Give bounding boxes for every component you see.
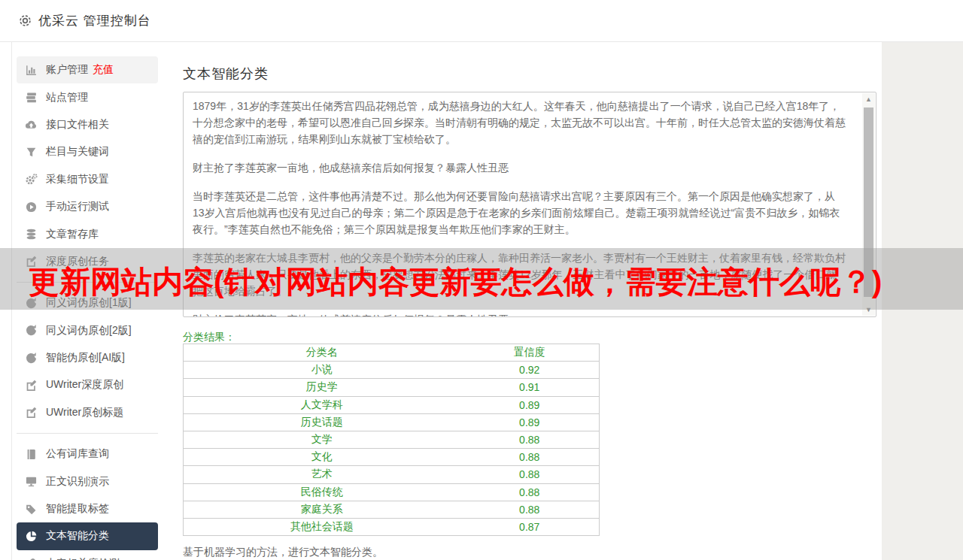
table-row: 人文学科 0.89 (184, 396, 600, 413)
table-header-row: 分类名 置信度 (184, 344, 600, 362)
category-name-cell: 历史话题 (184, 413, 460, 431)
table-row: 民俗传统 0.88 (184, 483, 600, 501)
play-icon (25, 201, 38, 213)
confidence-cell: 0.92 (460, 362, 599, 379)
sidebar-item-label: 内容相关度检测 (46, 557, 120, 560)
sidebar-item-label: 栏目与关键词 (46, 145, 109, 159)
link-icon (25, 557, 38, 560)
sidebar-item-manual-run[interactable]: 手动运行测试 (17, 193, 158, 220)
sidebar-item-public-lexicon[interactable]: 公有词库查询 (17, 440, 158, 468)
sidebar-item-tag-extract[interactable]: 智能提取标签 (17, 495, 158, 522)
confidence-cell: 0.88 (460, 501, 599, 518)
sidebar-item-label: 采集细节设置 (46, 173, 109, 186)
sidebar-item-label: 智能伪原创[AI版] (46, 351, 125, 365)
gears-icon (25, 173, 38, 186)
sidebar-item-content-relevance[interactable]: 内容相关度检测 (17, 550, 158, 560)
sidebar-item-label: 站点管理 (46, 91, 88, 104)
category-name-cell: 其他社会话题 (184, 518, 460, 535)
sidebar-item-columns-keywords[interactable]: 栏目与关键词 (17, 138, 158, 165)
confidence-cell: 0.91 (460, 379, 599, 396)
app-brand: 优采云 管理控制台 (0, 0, 963, 41)
confidence-cell: 0.88 (460, 483, 599, 501)
sidebar-item-uwriter-deep[interactable]: UWriter深度原创 (17, 371, 158, 398)
sidebar-group-divider (17, 433, 158, 434)
gear-icon (18, 14, 32, 28)
sidebar-item-synonym-rewrite-2[interactable]: 同义词伪原创[2版] (17, 317, 158, 344)
edit-icon (25, 406, 38, 419)
tag-icon (25, 503, 38, 516)
refresh-icon (25, 352, 38, 365)
input-paragraph: 当时李莲英还是二总管，这件事他再清楚不过。那么他为何还要冒险向慈禧请求出宫呢？主… (193, 188, 846, 238)
table-row: 文化 0.88 (184, 449, 600, 466)
refresh-icon (25, 324, 38, 337)
category-name-cell: 文化 (184, 449, 460, 466)
page-title: 文本智能分类 (183, 65, 269, 83)
table-row: 历史话题 0.89 (184, 413, 600, 431)
category-name-header: 分类名 (184, 344, 460, 362)
sidebar-item-label: UWriter原创标题 (46, 406, 123, 419)
category-name-cell: 文学 (184, 431, 460, 448)
app-header: 优采云 管理控制台 (0, 0, 963, 42)
scroll-up-icon[interactable]: ▲ (862, 93, 875, 105)
monitor-icon (25, 475, 38, 488)
input-paragraph: 财主抢了李莲英家一亩地，他成慈禧亲信后如何报复？暴露人性丑恶 (193, 311, 846, 317)
input-paragraph: 1879年，31岁的李莲英出任储秀宫四品花翎总管，成为慈禧身边的大红人。这年春天… (193, 98, 846, 147)
sidebar-item-ai-rewrite[interactable]: 智能伪原创[AI版] (17, 344, 158, 371)
confidence-cell: 0.88 (460, 431, 599, 448)
category-name-cell: 小说 (184, 362, 460, 379)
sidebar-item-api-files[interactable]: 接口文件相关 (17, 111, 158, 138)
sidebar-item-label: 手动运行测试 (46, 200, 109, 213)
confidence-cell: 0.89 (460, 396, 599, 413)
feature-description: 基于机器学习的方法，进行文本智能分类。 (183, 546, 383, 559)
sidebar-item-collect-settings[interactable]: 采集细节设置 (17, 166, 158, 193)
table-row: 家庭关系 0.88 (184, 501, 600, 518)
bar-chart-icon (25, 64, 38, 77)
sidebar-item-label: 正文识别演示 (46, 475, 109, 489)
sidebar-item-label: UWriter深度原创 (46, 378, 123, 392)
sidebar-item-content-demo[interactable]: 正文识别演示 (17, 468, 158, 495)
sidebar-item-label: 接口文件相关 (46, 118, 109, 132)
table-row: 其他社会话题 0.87 (184, 518, 600, 535)
book-icon (25, 448, 38, 461)
sidebar-item-label: 账户管理 (46, 63, 88, 77)
category-name-cell: 家庭关系 (184, 501, 460, 518)
confidence-cell: 0.88 (460, 449, 599, 466)
cloud-upload-icon (25, 118, 38, 131)
sidebar-item-label: 文章暂存库 (46, 228, 99, 241)
watermark-text: 更新网站内容(针对网站内容更新要怎么做，需要注意什么呢？) (29, 265, 882, 298)
sidebar-item-label: 智能提取标签 (46, 502, 109, 516)
site-list-icon (25, 91, 38, 104)
input-paragraph: 财主抢了李莲英家一亩地，他成慈禧亲信后如何报复？暴露人性丑恶 (193, 159, 846, 176)
pie-icon (25, 530, 38, 543)
classification-result-table: 分类名 置信度 小说 0.92 历史学 0.91 人文学科 0.89 历史话题 … (183, 344, 600, 536)
sidebar-item-uwriter-title[interactable]: UWriter原创标题 (17, 399, 158, 426)
confidence-cell: 0.87 (460, 518, 599, 535)
category-name-cell: 民俗传统 (184, 483, 460, 501)
app-title: 优采云 管理控制台 (38, 12, 151, 29)
table-row: 历史学 0.91 (184, 379, 600, 396)
sidebar-item-label: 同义词伪原创[2版] (46, 324, 132, 338)
recharge-link[interactable]: 充值 (93, 63, 114, 77)
category-name-cell: 艺术 (184, 466, 460, 483)
category-name-cell: 历史学 (184, 379, 460, 396)
database-icon (25, 228, 38, 241)
sidebar-item-text-classification[interactable]: 文本智能分类 (17, 522, 158, 549)
result-label: 分类结果： (183, 331, 235, 344)
category-name-cell: 人文学科 (184, 396, 460, 413)
edit-icon (25, 379, 38, 392)
confidence-cell: 0.89 (460, 413, 599, 431)
table-row: 文学 0.88 (184, 431, 600, 448)
table-row: 艺术 0.88 (184, 466, 600, 483)
filter-icon (25, 146, 38, 159)
confidence-header: 置信度 (460, 344, 599, 362)
sidebar-item-label: 文本智能分类 (46, 529, 109, 543)
sidebar-item-label: 公有词库查询 (46, 447, 109, 461)
sidebar-item-article-store[interactable]: 文章暂存库 (17, 220, 158, 247)
confidence-cell: 0.88 (460, 466, 599, 483)
table-row: 小说 0.92 (184, 362, 600, 379)
sidebar-item-account[interactable]: 账户管理 充值 (17, 56, 158, 83)
sidebar-item-sites[interactable]: 站点管理 (17, 83, 158, 110)
